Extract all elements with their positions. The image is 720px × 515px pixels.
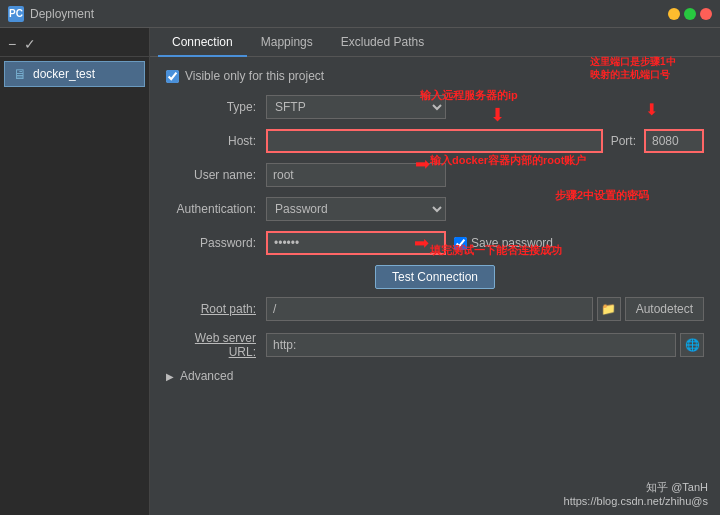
sidebar-toolbar: − ✓ <box>0 32 149 57</box>
test-connection-button[interactable]: Test Connection <box>375 265 495 289</box>
rootpath-label: Root path: <box>166 302 266 316</box>
tabs-bar: Connection Mappings Excluded Paths <box>150 28 720 57</box>
tab-connection[interactable]: Connection <box>158 29 247 57</box>
type-select[interactable]: SFTP FTP FTPS Local or mounted folder <box>266 95 446 119</box>
minus-button[interactable]: − <box>8 36 16 52</box>
host-port-group: Port: <box>266 129 704 153</box>
advanced-arrow-icon: ▶ <box>166 371 174 382</box>
port-label: Port: <box>611 134 636 148</box>
host-row: Host: Port: <box>166 129 704 153</box>
password-input[interactable] <box>266 231 446 255</box>
minimize-button[interactable] <box>668 8 680 20</box>
close-button[interactable] <box>700 8 712 20</box>
advanced-label: Advanced <box>180 369 233 383</box>
username-label: User name: <box>166 168 266 182</box>
auth-label: Authentication: <box>166 202 266 216</box>
auth-row: Authentication: Password Key pair OpenSS… <box>166 197 704 221</box>
check-button[interactable]: ✓ <box>24 36 36 52</box>
folder-button[interactable]: 📁 <box>597 297 621 321</box>
weburl-row: Web server URL: 🌐 <box>166 331 704 359</box>
server-icon: 🖥 <box>13 66 27 82</box>
tab-mappings[interactable]: Mappings <box>247 29 327 57</box>
save-password-group: Save password <box>454 236 553 250</box>
app-icon: PC <box>8 6 24 22</box>
test-connection-row: Test Connection <box>166 265 704 289</box>
username-input[interactable] <box>266 163 446 187</box>
rootpath-input[interactable] <box>266 297 593 321</box>
tab-excluded-paths[interactable]: Excluded Paths <box>327 29 438 57</box>
sidebar: − ✓ 🖥 docker_test <box>0 28 150 515</box>
server-item[interactable]: 🖥 docker_test <box>4 61 145 87</box>
autodetect-button[interactable]: Autodetect <box>625 297 704 321</box>
main-layout: − ✓ 🖥 docker_test Connection Mappings Ex… <box>0 28 720 515</box>
title-bar: PC Deployment <box>0 0 720 28</box>
username-row: User name: <box>166 163 704 187</box>
server-name: docker_test <box>33 67 95 81</box>
save-password-checkbox[interactable] <box>454 237 467 250</box>
password-group: Save password <box>266 231 704 255</box>
password-row: Password: Save password <box>166 231 704 255</box>
type-row: Type: SFTP FTP FTPS Local or mounted fol… <box>166 95 704 119</box>
weburl-label: Web server URL: <box>166 331 266 359</box>
type-label: Type: <box>166 100 266 114</box>
content-area: Connection Mappings Excluded Paths Visib… <box>150 28 720 515</box>
host-label: Host: <box>166 134 266 148</box>
maximize-button[interactable] <box>684 8 696 20</box>
window-title: Deployment <box>30 7 668 21</box>
visible-checkbox[interactable] <box>166 70 179 83</box>
port-input[interactable] <box>644 129 704 153</box>
window-controls <box>668 8 712 20</box>
weburl-input[interactable] <box>266 333 676 357</box>
globe-button[interactable]: 🌐 <box>680 333 704 357</box>
advanced-row[interactable]: ▶ Advanced <box>166 369 704 383</box>
password-label: Password: <box>166 236 266 250</box>
form-area: Visible only for this project Type: SFTP… <box>150 57 720 515</box>
save-password-label: Save password <box>471 236 553 250</box>
rootpath-group: 📁 Autodetect <box>266 297 704 321</box>
weburl-group: 🌐 <box>266 333 704 357</box>
rootpath-row: Root path: 📁 Autodetect <box>166 297 704 321</box>
host-input[interactable] <box>266 129 603 153</box>
auth-select[interactable]: Password Key pair OpenSSH config and aut… <box>266 197 446 221</box>
visible-checkbox-row: Visible only for this project <box>166 69 704 83</box>
visible-label: Visible only for this project <box>185 69 324 83</box>
